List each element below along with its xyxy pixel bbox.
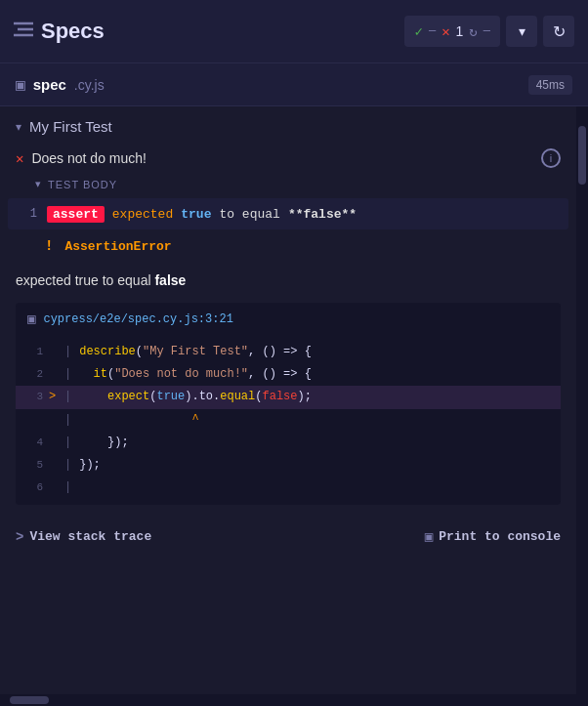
spinner-icon: ↻ [469, 23, 477, 40]
error-message: expected true to equal false [0, 259, 576, 303]
stack-chevron-icon: > [16, 529, 23, 545]
right-scrollbar[interactable] [576, 106, 588, 706]
chevron-down-icon: ▾ [519, 23, 525, 39]
test-body-header: ▾ TEST BODY [0, 174, 576, 194]
suite-title: My First Test [29, 118, 112, 135]
chevron-button[interactable]: ▾ [506, 16, 537, 47]
error-type: AssertionError [64, 239, 171, 254]
view-stack-trace-button[interactable]: > View stack trace [16, 529, 151, 545]
code-text-4: }); [79, 434, 128, 452]
code-line-5: 5 | }); [16, 454, 561, 477]
status-dash1: — [429, 24, 436, 38]
header-left: Specs [14, 19, 404, 44]
header-controls: ✓ — ✕ 1 ↻ — ▾ ↻ [404, 16, 574, 47]
print-console-button[interactable]: ▣ Print to console [425, 528, 561, 545]
to-equal-label: to equal [219, 207, 279, 222]
code-file-path[interactable]: cypress/e2e/spec.cy.js:3:21 [43, 312, 232, 326]
scrollbar-corner [576, 694, 588, 706]
code-line-4: 4 | }); [16, 432, 561, 454]
line-number-3: 3 [23, 389, 43, 406]
error-text-before: expected true to equal [16, 272, 154, 288]
expected-label: expected [112, 207, 173, 222]
spec-bar: ▣ spec .cy.js 45ms [0, 63, 588, 106]
cross-icon: ✕ [441, 23, 449, 40]
print-icon: ▣ [425, 528, 433, 545]
scroll-content: ▾ My First Test ✕ Does not do much! i ▾ … [0, 106, 576, 694]
false-value: **false** [288, 207, 357, 222]
line-number-1: 1 [23, 344, 43, 361]
code-line-6: 6 | [16, 477, 561, 499]
check-icon: ✓ [414, 23, 422, 40]
code-block: ▣ cypress/e2e/spec.cy.js:3:21 1 | descri… [16, 303, 561, 505]
spec-time: 45ms [528, 75, 572, 95]
print-console-label: Print to console [439, 529, 561, 544]
test-fail-icon: ✕ [16, 150, 23, 167]
info-icon[interactable]: i [541, 148, 561, 168]
code-text-5: }); [79, 456, 101, 475]
spec-ext: .cy.js [74, 77, 105, 93]
command-row[interactable]: 1 assert expected true to equal **false*… [8, 198, 568, 229]
refresh-icon: ↻ [553, 22, 566, 41]
code-text-3: expect(true).to.equal(false); [79, 388, 312, 406]
scrollbar-thumb [578, 126, 586, 185]
refresh-button[interactable]: ↻ [543, 16, 574, 47]
main-area: ▾ My First Test ✕ Does not do much! i ▾ … [0, 106, 588, 706]
error-false-value: false [154, 272, 186, 288]
code-line-2: 2 | it("Does not do much!", () => { [16, 363, 561, 386]
code-file-header[interactable]: ▣ cypress/e2e/spec.cy.js:3:21 [16, 303, 561, 335]
suite-chevron-icon: ▾ [16, 120, 21, 134]
error-bang-icon: ! [45, 238, 53, 254]
error-row: ! AssertionError [8, 233, 568, 259]
current-line-arrow: > [49, 388, 63, 406]
app-title: Specs [41, 19, 105, 44]
bottom-scrollbar-thumb [10, 696, 49, 704]
true-value: true [181, 207, 211, 222]
test-item[interactable]: ✕ Does not do much! i [0, 143, 576, 174]
code-line-1: 1 | describe("My First Test", () => { [16, 341, 561, 363]
fail-count: 1 [456, 23, 464, 39]
code-lines: 1 | describe("My First Test", () => { 2 … [16, 335, 561, 505]
test-body-label: TEST BODY [48, 179, 117, 190]
spec-doc-icon: ▣ [16, 75, 25, 95]
footer-actions: > View stack trace ▣ Print to console [0, 517, 576, 557]
spec-name: spec [33, 76, 66, 93]
status-dash2: — [483, 24, 490, 38]
command-line-num: 1 [18, 207, 37, 221]
hamburger-icon [14, 21, 33, 42]
code-line-3: 3 > | expect(true).to.equal(false); [16, 386, 561, 408]
header: Specs ✓ — ✕ 1 ↻ — ▾ ↻ [0, 0, 588, 63]
code-file-icon: ▣ [27, 311, 35, 327]
test-label: Does not do much! [31, 150, 533, 166]
spec-bar-left: ▣ spec .cy.js [16, 75, 105, 95]
line-number-4: 4 [23, 435, 43, 452]
view-stack-label: View stack trace [29, 529, 151, 544]
line-number-6: 6 [23, 479, 43, 497]
code-text-1: describe("My First Test", () => { [79, 343, 312, 361]
test-body-chevron-icon: ▾ [35, 178, 42, 190]
assert-badge: assert [47, 206, 105, 223]
line-number-2: 2 [23, 366, 43, 384]
line-number-5: 5 [23, 457, 43, 475]
status-bar: ✓ — ✕ 1 ↻ — [404, 16, 500, 47]
caret-indicator: ^ [79, 411, 198, 430]
bottom-scrollbar[interactable] [0, 694, 576, 706]
code-text-2: it("Does not do much!", () => { [79, 365, 312, 384]
caret-line: | ^ [16, 409, 561, 432]
suite-header[interactable]: ▾ My First Test [0, 106, 576, 143]
